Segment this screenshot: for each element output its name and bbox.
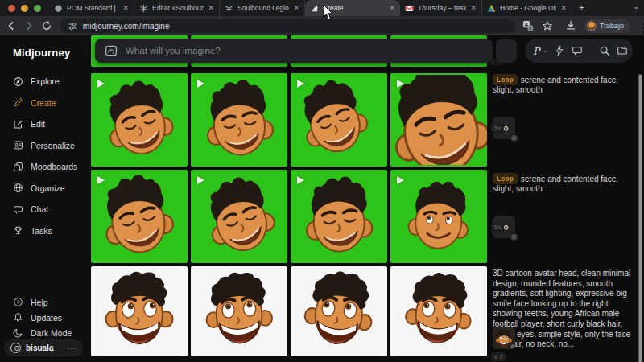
downloads-icon[interactable] [565, 20, 577, 32]
close-window-button[interactable] [8, 5, 15, 12]
fast-mode-bolt-icon[interactable] [554, 45, 565, 56]
url-text: midjourney.com/imagine [83, 22, 170, 31]
image-thumbnail[interactable] [493, 327, 515, 349]
sidebar-footer-nav: ?HelpUpdatesDark Mode [0, 294, 89, 340]
video-tile[interactable] [91, 73, 188, 167]
midjourney-logo[interactable]: Midjourney [13, 47, 70, 59]
reload-icon[interactable] [40, 19, 53, 32]
back-icon[interactable] [5, 19, 18, 32]
comments-bubble-icon[interactable] [572, 45, 583, 56]
video-tile[interactable] [91, 170, 188, 263]
personalize-icon [13, 140, 23, 150]
video-tile[interactable] [191, 170, 287, 263]
tab-close-icon[interactable]: ✕ [470, 4, 477, 12]
play-icon [97, 176, 105, 184]
sidebar-item-tasks[interactable]: Tasks [0, 220, 89, 242]
profile-label: Trabajo [600, 22, 624, 30]
user-menu-dots-icon[interactable]: ··· [67, 344, 76, 352]
tab-close-icon[interactable]: ✕ [208, 4, 214, 12]
personalize-chevron-icon[interactable]: ⌄ [543, 47, 547, 54]
tab-thursday-tasks-due-soo[interactable]: Thursday – tasks due soo✕ [400, 0, 482, 16]
tab-soulbound-legions-bou[interactable]: Soulbound Legions - Bou✕ [220, 0, 305, 16]
play-icon [97, 80, 105, 88]
video-tile[interactable] [291, 170, 387, 263]
job-prompt[interactable]: Loopserene and contented face, slight, s… [493, 173, 635, 195]
bell-icon [13, 312, 23, 323]
folder-icon[interactable] [617, 45, 628, 56]
forward-icon[interactable] [23, 19, 35, 32]
imagine-bar[interactable]: What will you imagine? [95, 39, 493, 63]
gmail-icon [405, 4, 414, 13]
job-video-2: Loopserene and contented face, slight, s… [493, 173, 635, 217]
video-tile[interactable] [191, 73, 287, 167]
loop-badge: Loop [493, 173, 518, 184]
job-video-1: Loopserene and contented face, slight, s… [493, 74, 635, 118]
address-bar[interactable]: midjourney.com/imagine [60, 19, 515, 33]
tab-close-icon[interactable]: ✕ [560, 4, 567, 12]
personalize-toggle[interactable]: P [533, 45, 539, 57]
minimize-window-button[interactable] [21, 5, 28, 12]
sidebar-item-explore[interactable]: Explore [0, 71, 89, 93]
sidebar-item-organize[interactable]: Organize [0, 178, 89, 200]
imagine-placeholder: What will you imagine? [126, 46, 221, 56]
tab-close-icon[interactable]: ✕ [293, 4, 299, 12]
play-icon [297, 80, 304, 88]
video-tile[interactable] [291, 73, 387, 167]
profile-avatar [587, 21, 597, 31]
tab-create[interactable]: Create✕ [305, 0, 400, 16]
progress-spinner [510, 134, 518, 142]
chat-icon [13, 204, 23, 215]
help-icon: ? [13, 297, 23, 307]
sidebar-item-label: Moodboards [31, 162, 77, 171]
new-tab-button[interactable]: + [579, 2, 584, 14]
tab-close-icon[interactable]: ✕ [122, 4, 129, 12]
moodboards-icon [13, 162, 23, 172]
browser-menu-kebab-icon[interactable]: ⋮ [638, 20, 644, 32]
image-tile[interactable] [91, 266, 188, 356]
sidebar-item-create[interactable]: Create [0, 93, 89, 114]
site-settings-icon[interactable] [68, 21, 78, 31]
tab-close-icon[interactable]: ✕ [389, 4, 395, 12]
sidebar-nav: ExploreCreateEditPersonalizeMoodboardsOr… [0, 71, 89, 241]
sidebar-item-chat[interactable]: Chat [0, 199, 89, 220]
progress-spinner [510, 232, 518, 241]
bookmark-star-icon[interactable] [542, 20, 554, 32]
browser-profile-chip[interactable]: Trabajo [584, 19, 630, 33]
image-prompt-icon [105, 44, 118, 57]
edit-icon [13, 119, 23, 130]
video-tile[interactable] [390, 73, 487, 167]
zoom-window-button[interactable] [34, 5, 41, 12]
sidebar: Midjourney ExploreCreateEditPersonalizeM… [0, 35, 89, 362]
generic-favicon [54, 4, 63, 13]
translate-icon[interactable]: Aa [522, 20, 535, 32]
job-prompt[interactable]: Loopserene and contented face, slight, s… [493, 74, 635, 96]
scrollbar[interactable] [638, 74, 642, 362]
svg-text:a: a [530, 26, 532, 31]
globe-grid-icon [13, 183, 23, 193]
search-icon[interactable] [599, 45, 610, 56]
tab-overflow-chevron-icon[interactable]: ⌄ [633, 2, 639, 10]
sidebar-item-dark-mode[interactable]: Dark Mode [0, 325, 89, 340]
sidebar-item-edit[interactable]: Edit [0, 113, 89, 135]
sidebar-item-personalize[interactable]: Personalize [0, 135, 89, 157]
sidebar-item-help[interactable]: ?Help [0, 294, 89, 310]
sidebar-item-label: Personalize [31, 141, 75, 150]
jobs-panel: v 7 Loopserene and contented face, sligh… [493, 35, 638, 362]
prompt-settings-button[interactable] [496, 39, 517, 63]
version-badge: v 7 [491, 352, 506, 361]
image-tile[interactable] [291, 266, 387, 356]
browser-toolbar: midjourney.com/imagine Aa Trabajo ⋮ [0, 16, 644, 35]
play-icon [297, 176, 304, 184]
sidebar-item-moodboards[interactable]: Moodboards [0, 156, 89, 178]
midjourney-app: Midjourney ExploreCreateEditPersonalizeM… [0, 35, 644, 362]
image-tile[interactable] [390, 266, 487, 356]
image-tile[interactable] [191, 266, 287, 356]
tab-editar-soulbound-legion[interactable]: Editar «Soulbound Legion✕ [134, 0, 220, 16]
tab-pom-standard-dise-o-d[interactable]: POM Standard | Diseño D✕ [49, 0, 134, 16]
play-icon [197, 80, 204, 88]
video-tile[interactable] [390, 170, 487, 263]
sidebar-item-updates[interactable]: Updates [0, 310, 89, 325]
tab-home-google-drive[interactable]: Home - Google Drive✕ [482, 0, 572, 16]
sidebar-user-pill[interactable]: bisuala ··· [4, 339, 83, 356]
sidebar-item-label: Dark Mode [31, 328, 72, 338]
